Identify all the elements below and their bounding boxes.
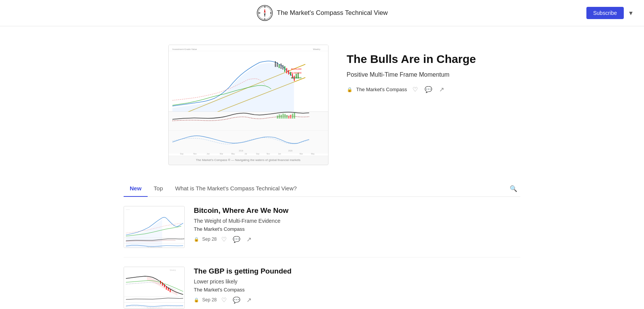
hero-chart-image: Investment-Grade Value Weekly xyxy=(168,45,328,165)
tab-about[interactable]: What is The Market's Compass Technical V… xyxy=(169,180,303,197)
svg-rect-21 xyxy=(277,62,277,67)
svg-rect-48 xyxy=(169,131,328,154)
svg-text:May: May xyxy=(231,153,235,155)
svg-text:$3,250,000: $3,250,000 xyxy=(291,68,301,70)
post-content: The GBP is getting Pounded Lower prices … xyxy=(194,267,520,304)
post-author: The Market's Compass xyxy=(194,226,520,232)
brand: N S W E The Market's Compass Technical V… xyxy=(256,5,388,21)
svg-rect-40 xyxy=(280,115,282,119)
svg-text:Nov: Nov xyxy=(193,153,196,155)
post-title: The GBP is getting Pounded xyxy=(194,267,520,276)
hero-content: The Bulls Are in Charge Positive Multi-T… xyxy=(347,45,476,94)
hero-section: Investment-Grade Value Weekly xyxy=(93,26,551,180)
svg-text:Jul: Jul xyxy=(245,153,247,155)
hero-subtitle: Positive Multi-Time Frame Momentum xyxy=(347,71,476,78)
svg-text:2020: 2020 xyxy=(288,150,292,152)
tabs-bar: New Top What is The Market's Compass Tec… xyxy=(124,180,520,197)
svg-rect-20 xyxy=(275,61,275,67)
post-comment-button[interactable]: 💬 xyxy=(231,235,242,244)
hero-share-button[interactable]: ↗ xyxy=(438,85,446,94)
header-title: The Market's Compass Technical View xyxy=(277,9,388,17)
svg-text:$2,000,000: $2,000,000 xyxy=(291,72,301,74)
svg-rect-41 xyxy=(282,114,283,119)
svg-rect-71 xyxy=(164,284,165,287)
svg-rect-25 xyxy=(284,66,285,72)
svg-text:Sep: Sep xyxy=(256,153,259,155)
hero-meta: 🔒 The Market's Compass ♡ 💬 ↗ xyxy=(347,85,476,94)
post-meta: 🔒 Sep 28 ♡ 💬 ↗ xyxy=(194,296,520,304)
svg-rect-27 xyxy=(288,70,289,74)
svg-rect-67 xyxy=(124,267,185,309)
lock-icon: 🔒 xyxy=(194,237,199,242)
header-actions: Subscribe ▾ xyxy=(586,7,635,19)
svg-text:May: May xyxy=(311,153,315,155)
lock-icon: 🔒 xyxy=(194,298,199,303)
hero-like-button[interactable]: ♡ xyxy=(411,85,419,94)
chart-footer: The Market's Compass ® — Navigating the … xyxy=(169,156,328,165)
svg-rect-26 xyxy=(286,68,287,73)
svg-rect-45 xyxy=(290,115,291,119)
svg-rect-46 xyxy=(292,114,293,119)
site-header: N S W E The Market's Compass Technical V… xyxy=(0,0,644,26)
svg-rect-24 xyxy=(282,65,283,69)
post-subtitle: The Weight of Multi-Frame Evidence xyxy=(194,218,520,224)
svg-text:2019: 2019 xyxy=(239,150,243,152)
tabs-section: New Top What is The Market's Compass Tec… xyxy=(93,180,551,197)
post-author: The Market's Compass xyxy=(194,287,520,293)
svg-rect-44 xyxy=(288,116,289,119)
post-thumbnail: —— The Market's Compass xyxy=(124,206,185,248)
svg-rect-39 xyxy=(279,114,280,119)
svg-text:Nov: Nov xyxy=(266,153,270,155)
post-date: Sep 28 xyxy=(202,297,217,303)
post-list: —— The Market's Compass Bitcoin, Where A… xyxy=(93,197,551,309)
svg-text:The Market's Compass: The Market's Compass xyxy=(147,246,163,248)
post-item: Weekly xyxy=(124,258,520,309)
svg-rect-72 xyxy=(166,286,167,290)
hero-title: The Bulls Are in Charge xyxy=(347,52,476,66)
svg-text:Jan: Jan xyxy=(206,153,209,155)
svg-text:Weekly: Weekly xyxy=(170,269,176,271)
search-button[interactable]: 🔍 xyxy=(507,182,520,195)
svg-text:Weekly: Weekly xyxy=(313,48,320,50)
svg-rect-38 xyxy=(277,116,278,119)
tab-top[interactable]: Top xyxy=(148,180,169,197)
svg-rect-42 xyxy=(284,114,285,119)
hero-comment-button[interactable]: 💬 xyxy=(423,85,434,94)
svg-marker-6 xyxy=(264,8,266,13)
post-meta: 🔒 Sep 28 ♡ 💬 ↗ xyxy=(194,235,520,244)
lock-icon: 🔒 xyxy=(347,87,353,92)
svg-text:Mar: Mar xyxy=(299,153,303,155)
post-subtitle: Lower prices likely xyxy=(194,278,520,285)
post-share-button[interactable]: ↗ xyxy=(245,296,253,304)
svg-text:——: —— xyxy=(126,208,130,211)
hero-chart: Investment-Grade Value Weekly xyxy=(169,45,328,156)
svg-text:Sep: Sep xyxy=(180,153,183,155)
svg-rect-23 xyxy=(280,63,281,69)
svg-rect-43 xyxy=(286,115,287,119)
hero-author: The Market's Compass xyxy=(356,87,407,92)
svg-text:Investment-Grade Value: Investment-Grade Value xyxy=(172,48,197,50)
dropdown-chevron-button[interactable]: ▾ xyxy=(627,7,635,19)
post-title: Bitcoin, Where Are We Now xyxy=(194,206,520,216)
svg-marker-7 xyxy=(264,13,266,18)
svg-text:$0,000,000: $0,000,000 xyxy=(291,77,301,79)
post-like-button[interactable]: ♡ xyxy=(220,235,228,244)
svg-rect-22 xyxy=(279,64,279,68)
post-date: Sep 28 xyxy=(202,237,217,242)
svg-rect-74 xyxy=(170,290,171,292)
post-like-button[interactable]: ♡ xyxy=(220,296,228,304)
compass-logo-icon: N S W E xyxy=(256,5,273,21)
svg-rect-73 xyxy=(168,288,169,291)
post-thumbnail: Weekly xyxy=(124,267,185,309)
post-share-button[interactable]: ↗ xyxy=(245,235,253,244)
post-item: —— The Market's Compass Bitcoin, Where A… xyxy=(124,197,520,258)
svg-text:Mar: Mar xyxy=(220,153,223,155)
svg-text:Jan: Jan xyxy=(278,153,281,155)
svg-text:The Market's Compass: The Market's Compass xyxy=(147,307,163,309)
subscribe-button[interactable]: Subscribe xyxy=(586,7,624,19)
tab-new[interactable]: New xyxy=(124,180,148,197)
svg-rect-47 xyxy=(294,113,295,119)
svg-rect-36 xyxy=(169,112,328,131)
post-comment-button[interactable]: 💬 xyxy=(231,296,242,304)
post-content: Bitcoin, Where Are We Now The Weight of … xyxy=(194,206,520,244)
